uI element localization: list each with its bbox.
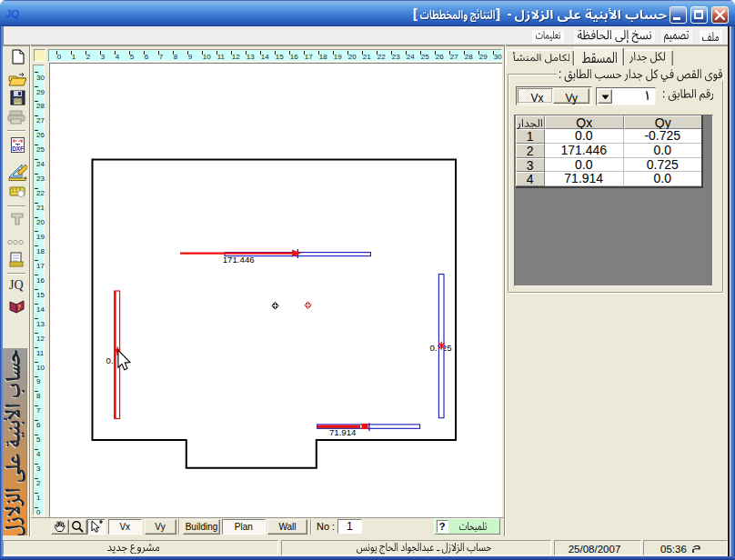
svg-text:?: ? xyxy=(17,304,21,312)
svg-text:DXF: DXF xyxy=(12,145,24,152)
svg-text:71.914: 71.914 xyxy=(329,427,357,437)
svg-text:171.446: 171.446 xyxy=(223,255,255,265)
svg-text:0.: 0. xyxy=(106,355,114,365)
